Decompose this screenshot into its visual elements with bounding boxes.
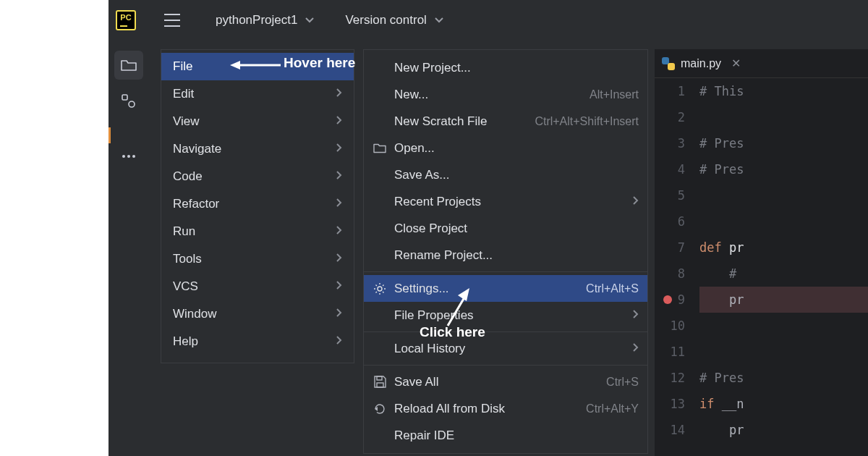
line-number: 4 (655, 156, 685, 182)
svg-rect-0 (122, 95, 127, 100)
version-control-label: Version control (345, 13, 426, 28)
menu-item-label: Help (173, 334, 198, 349)
menu-item-label: Navigate (173, 142, 221, 156)
submenu-item[interactable]: File Properties (364, 302, 647, 329)
line-number: 1 (655, 78, 685, 104)
code-line: # This (699, 78, 868, 104)
modified-marker (109, 127, 111, 143)
menu-item-label: View (173, 114, 200, 129)
submenu-item[interactable]: Open... (364, 135, 647, 161)
close-tab-icon[interactable]: ✕ (731, 56, 741, 70)
breakpoint-icon[interactable] (663, 295, 672, 304)
submenu-item-label: Repair IDE (394, 428, 639, 443)
submenu-item[interactable]: Close Project (364, 215, 647, 242)
chevron-right-icon (336, 224, 342, 239)
submenu-item[interactable]: Save AllCtrl+S (364, 368, 647, 395)
folder-icon (121, 59, 137, 72)
menu-item-label: File (173, 59, 192, 74)
line-number: 10 (655, 313, 685, 339)
line-number: 7 (655, 235, 685, 261)
menu-item-window[interactable]: Window (161, 300, 354, 328)
project-tool-button[interactable] (114, 51, 143, 80)
menu-item-file[interactable]: File (161, 53, 354, 80)
submenu-item-label: New Project... (394, 61, 639, 75)
chevron-right-icon (336, 307, 342, 321)
editor-area: main.py ✕ 1234567891011121314 # This# Pr… (655, 49, 868, 456)
editor-tab-filename: main.py (681, 57, 721, 70)
submenu-item[interactable]: Local History (364, 335, 647, 362)
editor-tab[interactable]: main.py ✕ (655, 49, 868, 78)
tool-window-rail (109, 41, 149, 456)
submenu-item-label: Local History (394, 342, 621, 356)
code-content: # This# Pres# Presdef pr # pr# Presif __… (695, 78, 868, 456)
svg-point-2 (122, 155, 125, 158)
code-line (699, 208, 868, 235)
submenu-item[interactable]: New...Alt+Insert (364, 81, 647, 108)
menu-item-refactor[interactable]: Refactor (161, 190, 354, 218)
structure-tool-button[interactable] (114, 87, 143, 116)
app-window: PC pythonProject1 Version control (109, 0, 868, 456)
keyboard-shortcut: Ctrl+Alt+Y (586, 402, 639, 415)
submenu-item-label: Rename Project... (394, 248, 639, 263)
code-line: # (699, 261, 868, 287)
reload-icon (373, 402, 387, 415)
titlebar: PC pythonProject1 Version control (109, 0, 868, 41)
line-number: 2 (655, 104, 685, 130)
menu-item-code[interactable]: Code (161, 163, 354, 190)
code-editor[interactable]: 1234567891011121314 # This# Pres# Presde… (655, 78, 868, 456)
chevron-right-icon (336, 334, 342, 349)
menu-separator (364, 332, 647, 332)
menu-item-tools[interactable]: Tools (161, 245, 354, 273)
line-number: 5 (655, 182, 685, 208)
more-tools-button[interactable] (114, 142, 143, 171)
code-line (699, 313, 868, 339)
submenu-item-label: Reload All from Disk (394, 402, 579, 416)
svg-point-1 (129, 101, 135, 107)
menu-item-edit[interactable]: Edit (161, 80, 354, 108)
submenu-item[interactable]: Save As... (364, 161, 647, 188)
menu-separator (364, 365, 647, 366)
menu-item-vcs[interactable]: VCS (161, 273, 354, 300)
code-line (699, 339, 868, 365)
chevron-right-icon (336, 252, 342, 266)
chevron-down-icon (305, 13, 315, 28)
submenu-item[interactable]: Settings...Ctrl+Alt+S (364, 275, 647, 302)
ellipsis-icon (122, 154, 136, 159)
submenu-item[interactable]: Repair IDE (364, 422, 647, 449)
chevron-right-icon (628, 308, 639, 323)
svg-point-5 (378, 287, 382, 291)
keyboard-shortcut: Ctrl+S (606, 376, 639, 389)
submenu-item-label: File Properties (394, 308, 621, 323)
svg-rect-6 (377, 376, 382, 380)
menu-item-label: Refactor (173, 197, 219, 211)
menu-item-label: Run (173, 224, 195, 239)
code-line: # Pres (699, 156, 868, 182)
submenu-item[interactable]: Reload All from DiskCtrl+Alt+Y (364, 395, 647, 422)
menu-item-help[interactable]: Help (161, 328, 354, 355)
chevron-right-icon (336, 142, 342, 156)
gear-icon (373, 282, 387, 295)
menu-item-view[interactable]: View (161, 108, 354, 135)
chevron-right-icon (628, 195, 639, 209)
file-submenu: New Project...New...Alt+InsertNew Scratc… (363, 49, 648, 454)
menu-separator (364, 271, 647, 272)
keyboard-shortcut: Ctrl+Alt+S (586, 282, 639, 295)
line-number: 3 (655, 130, 685, 156)
code-line: if __n (699, 391, 868, 417)
submenu-item[interactable]: Rename Project... (364, 242, 647, 269)
version-control-selector[interactable]: Version control (336, 6, 452, 35)
submenu-item[interactable]: New Project... (364, 54, 647, 81)
svg-point-4 (132, 155, 135, 158)
menu-item-label: Tools (173, 252, 202, 266)
menu-item-navigate[interactable]: Navigate (161, 135, 354, 163)
submenu-item[interactable]: Recent Projects (364, 188, 647, 215)
submenu-item[interactable]: New Scratch FileCtrl+Alt+Shift+Insert (364, 108, 647, 135)
chevron-right-icon (628, 342, 639, 356)
chevron-right-icon (336, 279, 342, 294)
line-number: 13 (655, 391, 685, 417)
menu-item-label: Code (173, 169, 203, 184)
submenu-item-label: Settings... (394, 282, 579, 296)
menu-item-run[interactable]: Run (161, 218, 354, 245)
project-selector[interactable]: pythonProject1 (207, 6, 323, 35)
main-menu-button[interactable] (158, 6, 187, 35)
